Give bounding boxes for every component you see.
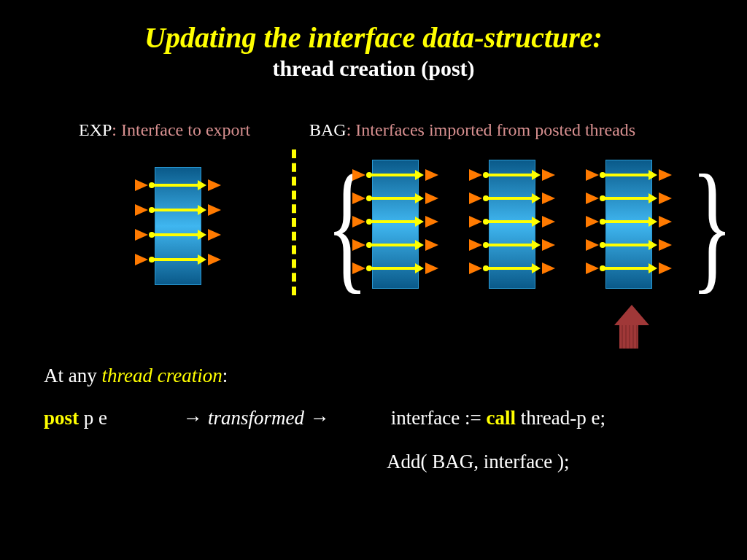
- l2-tail: thread-p e;: [516, 407, 605, 429]
- arrow-row-icon: [352, 191, 440, 206]
- arrow-row-icon: [586, 261, 673, 276]
- arrow-row-icon: [586, 238, 673, 252]
- arrow-row-icon: [469, 191, 557, 206]
- arrow-row-icon: [469, 261, 557, 276]
- arrow-right-icon: →: [304, 407, 335, 429]
- up-arrow-icon: [614, 305, 643, 349]
- right-brace-icon: }: [691, 154, 733, 296]
- l1b: thread creation: [101, 365, 222, 386]
- arrow-row-icon: [586, 168, 673, 182]
- bag-desc: : Interfaces imported from posted thread…: [347, 120, 636, 139]
- l2-transformed: transformed: [208, 407, 304, 429]
- arrow-row-icon: [135, 178, 222, 192]
- exp-block: [155, 167, 201, 285]
- arrow-row-icon: [469, 238, 557, 252]
- diagram-area: { }: [0, 149, 747, 310]
- exp-prefix: EXP: [79, 120, 112, 139]
- arrow-row-icon: [469, 168, 557, 182]
- l2-post: post: [44, 407, 79, 429]
- bag-label: BAG: Interfaces imported from posted thr…: [309, 120, 635, 140]
- l2-iface: interface :=: [391, 407, 487, 429]
- arrow-row-icon: [469, 214, 557, 229]
- exp-label: EXP: Interface to export: [79, 120, 250, 140]
- slide-subtitle: thread creation (post): [0, 56, 747, 81]
- bag-block-3: [605, 160, 652, 289]
- bag-block-1: [372, 160, 419, 289]
- l2-pe: p e: [79, 407, 107, 429]
- arrow-row-icon: [135, 203, 222, 217]
- arrow-row-icon: [135, 228, 222, 242]
- l1a: At any: [44, 365, 101, 386]
- caption-line-3: Add( BAG, interface );: [387, 451, 569, 473]
- arrow-row-icon: [352, 238, 440, 252]
- bag-block-2: [489, 160, 535, 289]
- arrow-row-icon: [352, 168, 440, 182]
- arrow-row-icon: [135, 252, 222, 267]
- arrow-right-icon: →: [183, 407, 209, 429]
- arrow-row-icon: [586, 191, 673, 206]
- vertical-divider-icon: [292, 149, 296, 295]
- l1c: :: [222, 365, 228, 386]
- slide-title: Updating the interface data-structure:: [0, 20, 747, 55]
- caption-line-2: post p e → transformed → interface := ca…: [44, 407, 708, 429]
- arrow-row-icon: [586, 214, 673, 229]
- arrow-row-icon: [352, 214, 440, 229]
- bag-prefix: BAG: [309, 120, 347, 139]
- exp-desc: : Interface to export: [112, 120, 250, 139]
- l2-call: call: [486, 407, 516, 429]
- caption-line-1: At any thread creation:: [44, 365, 228, 387]
- arrow-row-icon: [352, 261, 440, 276]
